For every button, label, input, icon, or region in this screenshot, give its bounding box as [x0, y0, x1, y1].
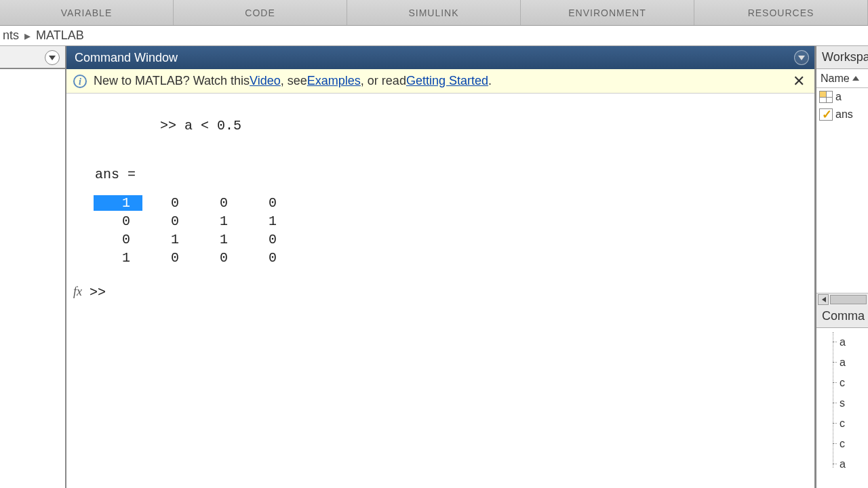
fx-icon[interactable]: fx: [73, 285, 90, 299]
command-window-title-text: Command Window: [75, 51, 178, 65]
panel-menu-icon[interactable]: [45, 50, 60, 65]
matrix-cell[interactable]: 0: [240, 195, 289, 211]
matrix-cell[interactable]: 1: [240, 214, 289, 229]
list-item[interactable]: s: [840, 393, 868, 413]
ans-label: ans =: [90, 165, 812, 184]
table-row[interactable]: 0 0 1 1: [94, 212, 812, 230]
sort-asc-icon: [852, 76, 859, 81]
list-item[interactable]: a: [840, 332, 868, 352]
list-item[interactable]: a: [840, 352, 868, 373]
var-name: ans: [835, 108, 853, 121]
info-text-prefix: New to MATLAB? Watch this: [94, 74, 250, 88]
list-item[interactable]: c: [840, 373, 868, 393]
address-bar[interactable]: nts ▸ MATLAB: [0, 26, 868, 46]
scroll-thumb[interactable]: [830, 295, 867, 304]
toolstrip: VARIABLE CODE SIMULINK ENVIRONMENT RESOU…: [0, 0, 868, 26]
command-history-title: Comma: [816, 305, 868, 328]
matrix-cell[interactable]: 0: [191, 195, 240, 211]
prompt: >>: [160, 118, 176, 134]
var-name: a: [835, 91, 842, 103]
toolstrip-group-resources[interactable]: RESOURCES: [694, 0, 868, 25]
column-label: Name: [821, 73, 850, 85]
list-item[interactable]: a: [816, 88, 868, 106]
toolstrip-group-simulink[interactable]: SIMULINK: [347, 0, 521, 25]
workspace-title: Workspa: [816, 46, 868, 69]
list-item[interactable]: c: [840, 434, 868, 454]
command-text: a < 0.5: [184, 118, 241, 134]
matrix-cell[interactable]: 0: [240, 250, 289, 266]
command-body[interactable]: >> a < 0.5 ans = 1 0 0 0 0 0 1 1 0: [66, 94, 814, 488]
workspace-column-name[interactable]: Name: [816, 69, 868, 88]
info-text-mid2: , or read: [361, 74, 406, 88]
matrix-cell[interactable]: 0: [94, 232, 142, 247]
command-history-list[interactable]: a a c s c c a: [816, 328, 868, 488]
output-matrix[interactable]: 1 0 0 0 0 0 1 1 0 1 1 0 1: [94, 194, 812, 267]
table-row[interactable]: 1 0 0 0: [94, 194, 812, 212]
matrix-cell[interactable]: 0: [94, 214, 142, 229]
matrix-cell[interactable]: 0: [240, 232, 289, 247]
table-row[interactable]: 1 0 0 0: [94, 249, 812, 267]
toolstrip-group-variable[interactable]: VARIABLE: [0, 0, 174, 25]
info-text-suffix: .: [488, 74, 492, 88]
table-row[interactable]: 0 1 1 0: [94, 230, 812, 249]
workspace-list[interactable]: a ans: [816, 88, 868, 123]
workspace-scrollbar[interactable]: [816, 293, 868, 305]
getting-started-link[interactable]: Getting Started: [406, 74, 488, 88]
prompt[interactable]: >>: [90, 285, 106, 300]
matrix-cell[interactable]: 1: [191, 214, 240, 229]
toolstrip-group-code[interactable]: CODE: [174, 0, 347, 25]
video-link[interactable]: Video: [250, 74, 281, 88]
right-panels: Workspa Name a ans Comma a a c s c: [816, 46, 868, 488]
logical-var-icon: [819, 108, 833, 121]
matrix-cell[interactable]: 0: [142, 214, 191, 229]
list-item[interactable]: ans: [816, 106, 868, 123]
current-folder-header: [0, 46, 65, 69]
examples-link[interactable]: Examples: [307, 74, 361, 88]
toolstrip-group-environment[interactable]: ENVIRONMENT: [521, 0, 694, 25]
command-window-title: Command Window: [66, 46, 814, 69]
matrix-var-icon: [819, 91, 833, 103]
current-folder-panel: [0, 46, 66, 488]
matrix-cell[interactable]: 0: [142, 250, 191, 266]
info-icon: i: [73, 75, 87, 88]
matrix-cell[interactable]: 1: [191, 232, 240, 247]
address-folder[interactable]: MATLAB: [36, 28, 84, 43]
list-item[interactable]: a: [840, 454, 868, 474]
matrix-cell[interactable]: 1: [94, 195, 142, 211]
address-prefix: nts: [3, 28, 19, 43]
command-window-panel: Command Window i New to MATLAB? Watch th…: [66, 46, 816, 488]
panel-minimize-icon[interactable]: [794, 50, 809, 65]
info-text-mid1: , see: [281, 74, 307, 88]
matrix-cell[interactable]: 0: [142, 195, 191, 211]
close-icon[interactable]: ✕: [790, 73, 808, 90]
matrix-cell[interactable]: 1: [142, 232, 191, 247]
list-item[interactable]: c: [840, 413, 868, 434]
breadcrumb-separator-icon: ▸: [24, 28, 31, 43]
info-bar: i New to MATLAB? Watch this Video , see …: [66, 69, 814, 94]
matrix-cell[interactable]: 0: [191, 250, 240, 266]
matrix-cell[interactable]: 1: [94, 250, 142, 266]
scroll-left-icon[interactable]: [818, 294, 829, 305]
